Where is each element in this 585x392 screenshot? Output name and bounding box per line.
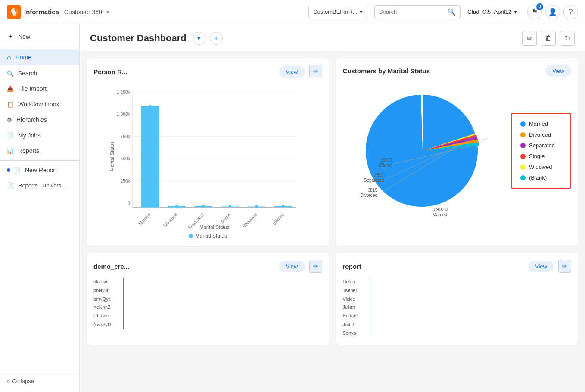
y-axis-label: Marital Status <box>109 141 115 171</box>
product-name: Customer 360 <box>64 9 102 16</box>
svg-text:(Blank): (Blank) <box>379 163 392 168</box>
report-edit-button[interactable]: ✏ <box>558 260 571 273</box>
demo-cre-chart-placeholder: ukleav phHyJf bmvQyc YcNnnZ ULroec NabSy… <box>93 278 322 329</box>
sidebar-item-my-jobs[interactable]: 📄 My Jobs <box>0 128 79 143</box>
user-profile-button[interactable]: 👤 <box>545 5 560 19</box>
list-item: bmvQyc <box>93 295 111 304</box>
sidebar: ＋ New ⌂ Home 🔍 Search 📥 File Import 📋 Wo… <box>0 24 80 392</box>
bar-chart-svg: Marital Status 1 250k 1 000k 750k <box>93 83 322 230</box>
pie-chart-svg: 10017 (Blank) 10017 (Blank) 2527 Separat… <box>354 82 492 220</box>
search-input[interactable] <box>379 9 445 15</box>
search-icon: 🔍 <box>448 8 456 16</box>
demo-cre-chart-bar <box>123 278 322 329</box>
search-box[interactable]: 🔍 <box>374 5 461 19</box>
demo-cre-edit-button[interactable]: ✏ <box>309 260 322 273</box>
notification-badge: 3 <box>536 3 543 10</box>
demo-cre-content: ukleav phHyJf bmvQyc YcNnnZ ULroec NabSy… <box>93 278 322 329</box>
new-report-icon: 📄 <box>14 167 21 174</box>
plus-icon: ＋ <box>7 32 14 41</box>
list-item: YcNnnZ <box>93 303 111 312</box>
sidebar-new-report-label: New Report <box>25 167 57 174</box>
collapse-chevron-icon: ‹ <box>7 378 9 384</box>
logo: Informatica Customer 360 ▾ <box>7 5 109 19</box>
list-item: Vickie <box>343 295 358 304</box>
search-sidebar-icon: 🔍 <box>7 70 14 77</box>
sidebar-item-reports-universi[interactable]: 📄 Reports | Universi... <box>0 178 79 193</box>
informatica-logo-icon <box>7 5 21 19</box>
svg-text:Divorced: Divorced <box>162 212 178 228</box>
topnav-icons: ⚑ 3 👤 ? <box>527 5 578 19</box>
legend-dot-married <box>520 121 526 127</box>
product-chevron-icon[interactable]: ▾ <box>106 9 109 15</box>
sidebar-item-search[interactable]: 🔍 Search <box>0 65 79 81</box>
sidebar-item-reports[interactable]: 📊 Reports <box>0 143 79 159</box>
dashboard-header: Customer Dashboard ▾ + ✏ 🗑 ↻ <box>80 24 585 51</box>
svg-text:Married: Married <box>433 212 447 217</box>
svg-point-19 <box>255 205 258 208</box>
sidebar-new-label: New <box>18 33 30 40</box>
legend-dot-marital <box>189 234 193 238</box>
user-chevron-icon: ▾ <box>514 9 517 15</box>
legend-label-marital: Marital Status <box>196 233 227 239</box>
collapse-button[interactable]: ‹ Collapse <box>0 373 79 389</box>
svg-text:Married: Married <box>137 212 152 227</box>
person-r-card: Person R... View ✏ Marital Status <box>87 58 329 246</box>
sidebar-file-import-label: File Import <box>18 85 47 92</box>
list-item: ukleav <box>93 278 111 286</box>
file-import-icon: 📥 <box>7 86 14 92</box>
svg-text:Divorced: Divorced <box>360 193 377 198</box>
delete-dashboard-icon: 🗑 <box>545 34 552 42</box>
demo-cre-edit-icon: ✏ <box>313 263 318 270</box>
add-widget-button[interactable]: + <box>210 32 223 45</box>
pie-container: 10017 (Blank) 10017 (Blank) 2527 Separat… <box>343 82 503 220</box>
edit-dashboard-button[interactable]: ✏ <box>522 31 537 46</box>
svg-text:500k: 500k <box>121 156 131 161</box>
dashboard-dropdown-button[interactable]: ▾ <box>193 32 205 45</box>
list-item: Tanner <box>343 286 358 295</box>
legend-blank: (Blank) <box>520 174 562 181</box>
legend-single-label: Single <box>529 153 545 159</box>
svg-point-16 <box>175 205 178 207</box>
help-button[interactable]: ? <box>563 5 578 19</box>
svg-point-15 <box>149 105 151 107</box>
delete-dashboard-button[interactable]: 🗑 <box>541 31 556 46</box>
person-r-view-button[interactable]: View <box>279 66 305 78</box>
report-card: report View ✏ Helen Tanner Vickie Julian… <box>336 253 579 345</box>
marital-card-header: Customers by Marital Status View <box>343 65 572 77</box>
sidebar-item-workflow-inbox[interactable]: 📋 Workflow Inbox <box>0 96 79 112</box>
demo-cre-name-list: ukleav phHyJf bmvQyc YcNnnZ ULroec NabSy… <box>93 278 111 329</box>
sidebar-search-label: Search <box>18 70 37 77</box>
refresh-dashboard-button[interactable]: ↻ <box>560 31 575 46</box>
marital-view-button[interactable]: View <box>545 65 571 77</box>
sidebar-item-hierarchies[interactable]: ⚙ Hierarchies <box>0 112 79 128</box>
user-dropdown[interactable]: Glad_Ci5_April12 ▾ <box>467 9 517 15</box>
person-r-edit-button[interactable]: ✏ <box>309 65 322 78</box>
hierarchies-icon: ⚙ <box>7 117 12 123</box>
svg-text:(Blank): (Blank) <box>271 212 285 226</box>
sidebar-item-new-report[interactable]: 📄 New Report <box>0 162 79 178</box>
report-view-button[interactable]: View <box>528 261 554 272</box>
sidebar-reports-label: Reports <box>18 147 39 154</box>
sidebar-hierarchies-label: Hierarchies <box>16 116 47 123</box>
main-content: Customer Dashboard ▾ + ✏ 🗑 ↻ Person R... <box>80 24 585 392</box>
demo-cre-view-button[interactable]: View <box>279 261 305 272</box>
demo-cre-card: demo_cre... View ✏ ukleav phHyJf bmvQyc … <box>87 253 329 345</box>
help-icon: ? <box>569 8 573 16</box>
context-dropdown-chevron-icon: ▾ <box>360 9 363 15</box>
notifications-button[interactable]: ⚑ 3 <box>527 5 542 19</box>
legend-married: Married <box>520 121 562 127</box>
svg-text:1 000k: 1 000k <box>117 112 131 117</box>
sidebar-item-file-import[interactable]: 📥 File Import <box>0 81 79 96</box>
sidebar-item-new[interactable]: ＋ New <box>0 28 79 45</box>
svg-text:Widowed: Widowed <box>242 212 258 229</box>
sidebar-home-label: Home <box>16 54 31 61</box>
legend-dot-divorced <box>520 132 526 137</box>
svg-text:1091003: 1091003 <box>431 207 448 212</box>
sidebar-workflow-inbox-label: Workflow Inbox <box>18 101 59 108</box>
context-dropdown[interactable]: CustomBEForR... ▾ <box>308 6 367 18</box>
svg-point-17 <box>202 205 205 207</box>
sidebar-item-home[interactable]: ⌂ Home <box>0 49 79 65</box>
dashboard-title: Customer Dashboard <box>90 33 187 44</box>
legend-dot-separated <box>520 143 526 148</box>
marital-status-card: Customers by Marital Status View <box>336 58 579 246</box>
